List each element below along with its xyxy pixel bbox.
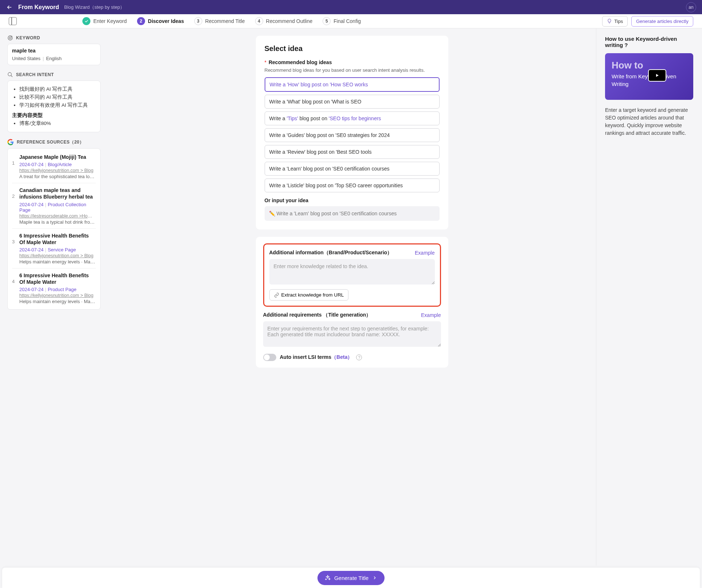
reference-item[interactable]: 36 Impressive Health Benefits Of Maple W… (12, 229, 96, 268)
select-idea-heading: Select idea (265, 44, 440, 53)
lsi-label: Auto insert LSI terms（Beta） (280, 354, 353, 361)
step-circle: 4 (255, 17, 263, 25)
reference-title: Japanese Maple (Mojiji) Tea (19, 154, 96, 160)
intent-subheading: 主要内容类型 (12, 112, 96, 119)
reference-meta: 2024-07-24|Product Collection Page (19, 202, 96, 213)
reference-number: 2 (12, 187, 16, 224)
reference-item[interactable]: 46 Impressive Health Benefits Of Maple W… (12, 268, 96, 308)
google-icon (7, 139, 14, 145)
step-enter-keyword[interactable]: Enter Keyword (82, 17, 127, 25)
avatar[interactable]: an (686, 2, 696, 12)
steps-bar: Enter Keyword2Discover Ideas3Recommend T… (0, 14, 702, 28)
idea-option[interactable]: Write a 'Guides' blog post on 'SE0 strat… (265, 128, 440, 142)
additional-req-textarea[interactable] (263, 321, 441, 347)
reference-url: https://lestresorsderable.com >Home >Dri… (19, 213, 96, 219)
step-recommend-title[interactable]: 3Recommend Title (194, 17, 245, 25)
idea-option[interactable]: Write a 'What' blog post on 'What is SEO (265, 95, 440, 109)
svg-point-1 (9, 37, 11, 39)
idea-option[interactable]: Write a 'Listicle' blog post on 'Top SEO… (265, 179, 440, 192)
step-label: Discover Ideas (148, 18, 184, 24)
or-input-label: Or input your idea (265, 197, 440, 203)
reference-desc: Maple tea is a typical hot drink from Ca… (19, 219, 96, 225)
help-icon[interactable]: ? (356, 354, 362, 360)
reference-number: 1 (12, 154, 16, 179)
intent-item: 比较不同的 AI 写作工具 (19, 94, 96, 101)
generate-directly-label: Generate articles directly (636, 19, 689, 24)
reference-meta: 2024-07-24|Blog/Article (19, 162, 96, 167)
reference-url: https://kellyjonesnutrition.com > Blog (19, 253, 96, 258)
step-final-config[interactable]: 5Final Config (323, 17, 361, 25)
example-button[interactable]: Example (415, 250, 434, 256)
tips-label: Tips (614, 19, 623, 24)
help-column: How to use Keyword-driven writing ? How … (596, 28, 702, 565)
generate-directly-button[interactable]: Generate articles directly (631, 16, 693, 27)
keyword-heading: KEYWORD (7, 35, 101, 41)
step-circle: 2 (137, 17, 145, 25)
step-circle: 5 (323, 17, 331, 25)
reference-item[interactable]: 2Canadian maple teas and infusions Blueb… (12, 183, 96, 228)
extract-url-button[interactable]: Extract knowledge from URL (269, 289, 349, 301)
step-label: Recommend Title (205, 18, 245, 24)
recommended-ideas-help: Recommend blog ideas for you based on us… (265, 67, 440, 73)
help-body: Enter a target keyword and generate SEO … (605, 106, 693, 137)
sidebar: KEYWORD maple tea United States|English … (0, 28, 108, 565)
keyword-card[interactable]: maple tea United States|English (7, 44, 101, 65)
reference-url: https://kellyjonesnutrition.com > Blog (19, 168, 96, 173)
reference-sources-heading: REFERENCE SOURCES（20） (7, 139, 101, 145)
extract-url-label: Extract knowledge from URL (281, 292, 344, 298)
idea-option[interactable]: Write a 'Review' blog post on 'Best SEO … (265, 145, 440, 159)
page-title: From Keyword (18, 4, 59, 11)
step-circle: 3 (194, 17, 202, 25)
reference-title: 6 Impressive Health Benefits Of Maple Wa… (19, 232, 96, 246)
reference-meta: 2024-07-24|Service Page (19, 247, 96, 252)
reference-title: Canadian maple teas and infusions Bluebe… (19, 187, 96, 200)
additional-info-textarea[interactable] (269, 259, 435, 285)
idea-option[interactable]: Write a 'How' blog post on 'How SEO work… (265, 77, 440, 92)
step-label: Recommend Outline (266, 18, 313, 24)
intent-type: 博客/文章80% (19, 120, 96, 127)
recommended-ideas-label: Recommended blog ideas (269, 59, 332, 65)
keyword-term: maple tea (12, 48, 96, 54)
step-label: Final Config (334, 18, 361, 24)
step-label: Enter Keyword (93, 18, 127, 24)
reference-desc: Helps maintain energy levels · May suppo… (19, 299, 96, 304)
additional-req-label: Additional requirements （Title generatio… (263, 312, 371, 318)
search-intent-heading: SEARCH INTENT (7, 72, 101, 78)
required-star: * (265, 59, 266, 65)
link-icon (274, 293, 279, 298)
top-bar: From Keyword Blog Wizard（step by step） a… (0, 0, 702, 14)
step-recommend-outline[interactable]: 4Recommend Outline (255, 17, 313, 25)
panel-toggle-icon[interactable] (9, 17, 17, 25)
step-discover-ideas[interactable]: 2Discover Ideas (137, 17, 184, 25)
example-button-2[interactable]: Example (421, 312, 441, 318)
lightbulb-icon (607, 19, 612, 24)
target-icon (7, 35, 13, 41)
tips-button[interactable]: Tips (602, 16, 628, 27)
back-arrow-icon[interactable] (6, 4, 13, 11)
additional-info-label: Additional information（Brand/Product/Sce… (269, 250, 393, 256)
reference-meta: 2024-07-24|Product Page (19, 287, 96, 292)
additional-info-highlight: Additional information（Brand/Product/Sce… (263, 243, 441, 307)
search-icon (7, 72, 13, 78)
idea-input[interactable] (265, 206, 440, 221)
idea-option[interactable]: Write a 'Tips' blog post on 'SEO tips fo… (265, 111, 440, 125)
reference-desc: A treat for the sophisticated tea lover.… (19, 174, 96, 179)
search-intent-card: 找到最好的 AI 写作工具比较不同的 AI 写作工具学习如何有效使用 AI 写作… (7, 81, 101, 132)
select-idea-card: Select idea * Recommended blog ideas Rec… (256, 36, 448, 230)
reference-sources-card: 1Japanese Maple (Mojiji) Tea2024-07-24|B… (7, 148, 101, 310)
reference-item[interactable]: 1Japanese Maple (Mojiji) Tea2024-07-24|B… (12, 150, 96, 183)
reference-number: 4 (12, 272, 16, 304)
reference-url: https://kellyjonesnutrition.com > Blog (19, 293, 96, 298)
reference-title: 6 Impressive Health Benefits Of Maple Wa… (19, 272, 96, 285)
video-tile[interactable]: How to Write from Keyword-driven Writing (605, 53, 693, 100)
additional-info-card: Additional information（Brand/Product/Sce… (256, 237, 448, 368)
intent-item: 学习如何有效使用 AI 写作工具 (19, 102, 96, 109)
help-heading: How to use Keyword-driven writing ? (605, 36, 693, 48)
svg-point-2 (8, 72, 11, 76)
page-subtitle: Blog Wizard（step by step） (64, 4, 125, 11)
idea-option[interactable]: Write a 'Learn' blog post on 'SE0 certif… (265, 162, 440, 176)
reference-number: 3 (12, 232, 16, 264)
lsi-toggle[interactable] (263, 354, 276, 361)
play-icon[interactable] (648, 69, 666, 82)
intent-item: 找到最好的 AI 写作工具 (19, 86, 96, 93)
